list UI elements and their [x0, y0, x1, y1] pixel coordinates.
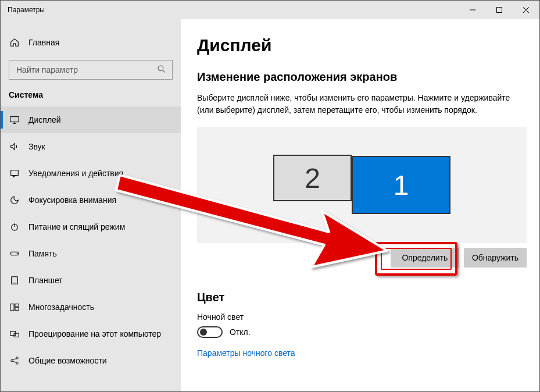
notifications-icon	[9, 168, 20, 179]
multitask-icon	[9, 302, 20, 312]
arrange-heading: Изменение расположения экранов	[197, 70, 527, 84]
svg-line-24	[13, 358, 16, 360]
svg-line-5	[163, 70, 165, 72]
sidebar-item-focus[interactable]: Фокусировка внимания	[1, 187, 181, 213]
sidebar-item-storage[interactable]: Память	[1, 240, 181, 267]
home-link[interactable]: Главная	[1, 32, 181, 53]
display-icon	[9, 115, 20, 125]
monitor-2[interactable]: 2	[273, 155, 352, 201]
nav-list: Дисплей Звук Уведомления и действия Фоку…	[1, 106, 181, 374]
storage-icon	[9, 248, 20, 259]
nightlight-toggle[interactable]	[197, 326, 223, 338]
home-icon	[9, 37, 20, 48]
maximize-button[interactable]	[486, 1, 513, 19]
sidebar: Главная Система Дисплей Звук Уведомления…	[1, 19, 181, 391]
svg-rect-1	[497, 8, 502, 13]
color-heading: Цвет	[197, 291, 527, 304]
sidebar-item-label: Планшет	[28, 276, 63, 285]
monitor-1[interactable]: 1	[352, 156, 450, 214]
shared-icon	[9, 355, 20, 366]
home-label: Главная	[28, 38, 59, 47]
svg-rect-16	[10, 304, 14, 311]
svg-point-4	[158, 66, 163, 71]
detect-button[interactable]: Обнаружить	[464, 248, 527, 268]
close-button[interactable]	[513, 1, 539, 19]
content-pane: Дисплей Изменение расположения экранов В…	[181, 19, 539, 391]
nightlight-settings-link[interactable]: Параметры ночного света	[197, 348, 295, 358]
sidebar-item-label: Проецирование на этот компьютер	[28, 329, 161, 338]
svg-point-22	[16, 357, 19, 359]
sidebar-item-shared[interactable]: Общие возможности	[1, 347, 181, 374]
toggle-state-label: Откл.	[230, 327, 251, 337]
power-icon	[9, 222, 20, 232]
sidebar-item-label: Фокусировка внимания	[28, 195, 116, 205]
identify-button[interactable]: Определить	[391, 248, 459, 268]
focus-icon	[9, 195, 20, 205]
sound-icon	[9, 141, 20, 152]
nightlight-label: Ночной свет	[197, 312, 527, 322]
sidebar-item-sound[interactable]: Звук	[1, 133, 181, 160]
display-arrangement-area[interactable]: 2 1	[197, 127, 527, 243]
sidebar-item-label: Уведомления и действия	[28, 169, 123, 178]
sidebar-item-label: Дисплей	[28, 115, 61, 124]
page-title: Дисплей	[197, 35, 527, 55]
search-box[interactable]	[9, 60, 173, 80]
sidebar-item-project[interactable]: Проецирование на этот компьютер	[1, 320, 181, 347]
tablet-icon	[9, 275, 20, 286]
svg-rect-17	[15, 304, 19, 307]
svg-point-13	[17, 253, 18, 254]
svg-point-21	[11, 359, 13, 362]
sidebar-item-label: Многозадачность	[28, 302, 94, 312]
sidebar-item-label: Питание и спящий режим	[28, 222, 125, 231]
svg-line-25	[13, 361, 16, 363]
titlebar: Параметры	[1, 1, 539, 19]
sidebar-item-multitask[interactable]: Многозадачность	[1, 294, 181, 320]
sidebar-item-power[interactable]: Питание и спящий режим	[1, 213, 181, 240]
sidebar-item-display[interactable]: Дисплей	[1, 106, 181, 133]
arrange-description: Выберите дисплей ниже, чтобы изменить ег…	[197, 92, 523, 116]
svg-rect-6	[10, 117, 19, 122]
svg-rect-18	[15, 308, 19, 311]
category-heading: Система	[1, 90, 181, 106]
project-icon	[9, 329, 20, 339]
sidebar-item-label: Общие возможности	[28, 356, 107, 365]
sidebar-item-label: Звук	[28, 142, 45, 151]
sidebar-item-notifications[interactable]: Уведомления и действия	[1, 160, 181, 187]
sidebar-item-tablet[interactable]: Планшет	[1, 267, 181, 294]
sidebar-item-label: Память	[28, 249, 57, 258]
minimize-button[interactable]	[459, 1, 486, 19]
svg-rect-9	[11, 170, 19, 176]
svg-point-23	[16, 362, 19, 365]
search-input[interactable]	[15, 65, 157, 75]
search-icon	[157, 65, 166, 76]
window-title: Параметры	[8, 6, 45, 14]
